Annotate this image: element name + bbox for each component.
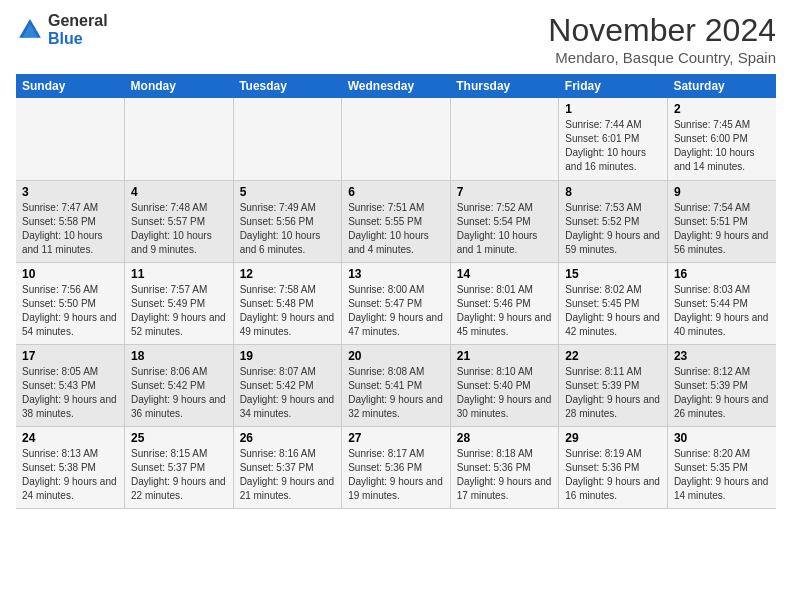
day-cell-1: 1Sunrise: 7:44 AM Sunset: 6:01 PM Daylig… <box>559 98 668 180</box>
weekday-header-tuesday: Tuesday <box>233 74 342 98</box>
day-info: Sunrise: 7:51 AM Sunset: 5:55 PM Dayligh… <box>348 201 444 257</box>
day-cell-4: 4Sunrise: 7:48 AM Sunset: 5:57 PM Daylig… <box>125 180 234 262</box>
day-cell-6: 6Sunrise: 7:51 AM Sunset: 5:55 PM Daylig… <box>342 180 451 262</box>
day-cell-13: 13Sunrise: 8:00 AM Sunset: 5:47 PM Dayli… <box>342 262 451 344</box>
day-cell-8: 8Sunrise: 7:53 AM Sunset: 5:52 PM Daylig… <box>559 180 668 262</box>
day-number: 4 <box>131 185 227 199</box>
day-info: Sunrise: 8:13 AM Sunset: 5:38 PM Dayligh… <box>22 447 118 503</box>
day-cell-2: 2Sunrise: 7:45 AM Sunset: 6:00 PM Daylig… <box>667 98 776 180</box>
day-cell-28: 28Sunrise: 8:18 AM Sunset: 5:36 PM Dayli… <box>450 426 559 508</box>
day-info: Sunrise: 7:57 AM Sunset: 5:49 PM Dayligh… <box>131 283 227 339</box>
day-info: Sunrise: 7:49 AM Sunset: 5:56 PM Dayligh… <box>240 201 336 257</box>
week-row-1: 1Sunrise: 7:44 AM Sunset: 6:01 PM Daylig… <box>16 98 776 180</box>
day-number: 1 <box>565 102 661 116</box>
day-info: Sunrise: 8:16 AM Sunset: 5:37 PM Dayligh… <box>240 447 336 503</box>
title-section: November 2024 Mendaro, Basque Country, S… <box>548 12 776 66</box>
day-number: 12 <box>240 267 336 281</box>
location: Mendaro, Basque Country, Spain <box>548 49 776 66</box>
day-info: Sunrise: 8:03 AM Sunset: 5:44 PM Dayligh… <box>674 283 770 339</box>
day-number: 16 <box>674 267 770 281</box>
day-number: 23 <box>674 349 770 363</box>
day-number: 5 <box>240 185 336 199</box>
weekday-header-monday: Monday <box>125 74 234 98</box>
day-info: Sunrise: 7:53 AM Sunset: 5:52 PM Dayligh… <box>565 201 661 257</box>
day-info: Sunrise: 8:12 AM Sunset: 5:39 PM Dayligh… <box>674 365 770 421</box>
weekday-header-friday: Friday <box>559 74 668 98</box>
day-number: 9 <box>674 185 770 199</box>
day-cell-5: 5Sunrise: 7:49 AM Sunset: 5:56 PM Daylig… <box>233 180 342 262</box>
day-info: Sunrise: 8:08 AM Sunset: 5:41 PM Dayligh… <box>348 365 444 421</box>
day-number: 28 <box>457 431 553 445</box>
day-number: 22 <box>565 349 661 363</box>
weekday-header-thursday: Thursday <box>450 74 559 98</box>
weekday-header-saturday: Saturday <box>667 74 776 98</box>
day-cell-30: 30Sunrise: 8:20 AM Sunset: 5:35 PM Dayli… <box>667 426 776 508</box>
day-number: 29 <box>565 431 661 445</box>
day-number: 11 <box>131 267 227 281</box>
day-info: Sunrise: 8:00 AM Sunset: 5:47 PM Dayligh… <box>348 283 444 339</box>
day-info: Sunrise: 8:10 AM Sunset: 5:40 PM Dayligh… <box>457 365 553 421</box>
empty-cell <box>125 98 234 180</box>
logo-icon <box>16 16 44 44</box>
day-info: Sunrise: 7:47 AM Sunset: 5:58 PM Dayligh… <box>22 201 118 257</box>
day-cell-3: 3Sunrise: 7:47 AM Sunset: 5:58 PM Daylig… <box>16 180 125 262</box>
empty-cell <box>16 98 125 180</box>
day-cell-14: 14Sunrise: 8:01 AM Sunset: 5:46 PM Dayli… <box>450 262 559 344</box>
day-info: Sunrise: 8:17 AM Sunset: 5:36 PM Dayligh… <box>348 447 444 503</box>
day-cell-12: 12Sunrise: 7:58 AM Sunset: 5:48 PM Dayli… <box>233 262 342 344</box>
day-number: 26 <box>240 431 336 445</box>
weekday-header-row: SundayMondayTuesdayWednesdayThursdayFrid… <box>16 74 776 98</box>
day-info: Sunrise: 7:56 AM Sunset: 5:50 PM Dayligh… <box>22 283 118 339</box>
day-cell-18: 18Sunrise: 8:06 AM Sunset: 5:42 PM Dayli… <box>125 344 234 426</box>
day-cell-21: 21Sunrise: 8:10 AM Sunset: 5:40 PM Dayli… <box>450 344 559 426</box>
day-cell-29: 29Sunrise: 8:19 AM Sunset: 5:36 PM Dayli… <box>559 426 668 508</box>
day-number: 30 <box>674 431 770 445</box>
day-number: 2 <box>674 102 770 116</box>
day-number: 7 <box>457 185 553 199</box>
day-info: Sunrise: 8:11 AM Sunset: 5:39 PM Dayligh… <box>565 365 661 421</box>
day-number: 14 <box>457 267 553 281</box>
header: General Blue November 2024 Mendaro, Basq… <box>16 12 776 66</box>
day-number: 27 <box>348 431 444 445</box>
day-number: 8 <box>565 185 661 199</box>
day-cell-15: 15Sunrise: 8:02 AM Sunset: 5:45 PM Dayli… <box>559 262 668 344</box>
day-info: Sunrise: 8:05 AM Sunset: 5:43 PM Dayligh… <box>22 365 118 421</box>
day-number: 20 <box>348 349 444 363</box>
day-info: Sunrise: 8:06 AM Sunset: 5:42 PM Dayligh… <box>131 365 227 421</box>
day-info: Sunrise: 8:19 AM Sunset: 5:36 PM Dayligh… <box>565 447 661 503</box>
day-cell-10: 10Sunrise: 7:56 AM Sunset: 5:50 PM Dayli… <box>16 262 125 344</box>
day-info: Sunrise: 8:07 AM Sunset: 5:42 PM Dayligh… <box>240 365 336 421</box>
calendar-page: General Blue November 2024 Mendaro, Basq… <box>0 0 792 521</box>
day-number: 15 <box>565 267 661 281</box>
empty-cell <box>342 98 451 180</box>
logo-text-general: General <box>48 12 108 30</box>
week-row-4: 17Sunrise: 8:05 AM Sunset: 5:43 PM Dayli… <box>16 344 776 426</box>
month-title: November 2024 <box>548 12 776 49</box>
empty-cell <box>450 98 559 180</box>
day-number: 10 <box>22 267 118 281</box>
day-number: 24 <box>22 431 118 445</box>
day-info: Sunrise: 8:02 AM Sunset: 5:45 PM Dayligh… <box>565 283 661 339</box>
week-row-2: 3Sunrise: 7:47 AM Sunset: 5:58 PM Daylig… <box>16 180 776 262</box>
day-info: Sunrise: 8:01 AM Sunset: 5:46 PM Dayligh… <box>457 283 553 339</box>
day-number: 6 <box>348 185 444 199</box>
week-row-5: 24Sunrise: 8:13 AM Sunset: 5:38 PM Dayli… <box>16 426 776 508</box>
day-cell-19: 19Sunrise: 8:07 AM Sunset: 5:42 PM Dayli… <box>233 344 342 426</box>
day-cell-26: 26Sunrise: 8:16 AM Sunset: 5:37 PM Dayli… <box>233 426 342 508</box>
day-info: Sunrise: 8:18 AM Sunset: 5:36 PM Dayligh… <box>457 447 553 503</box>
day-info: Sunrise: 7:54 AM Sunset: 5:51 PM Dayligh… <box>674 201 770 257</box>
day-number: 3 <box>22 185 118 199</box>
calendar-table: SundayMondayTuesdayWednesdayThursdayFrid… <box>16 74 776 509</box>
day-number: 13 <box>348 267 444 281</box>
day-number: 17 <box>22 349 118 363</box>
day-cell-25: 25Sunrise: 8:15 AM Sunset: 5:37 PM Dayli… <box>125 426 234 508</box>
day-number: 19 <box>240 349 336 363</box>
logo-text-blue: Blue <box>48 30 108 48</box>
day-info: Sunrise: 7:45 AM Sunset: 6:00 PM Dayligh… <box>674 118 770 174</box>
week-row-3: 10Sunrise: 7:56 AM Sunset: 5:50 PM Dayli… <box>16 262 776 344</box>
day-info: Sunrise: 8:20 AM Sunset: 5:35 PM Dayligh… <box>674 447 770 503</box>
weekday-header-wednesday: Wednesday <box>342 74 451 98</box>
day-cell-16: 16Sunrise: 8:03 AM Sunset: 5:44 PM Dayli… <box>667 262 776 344</box>
day-number: 18 <box>131 349 227 363</box>
day-info: Sunrise: 7:52 AM Sunset: 5:54 PM Dayligh… <box>457 201 553 257</box>
